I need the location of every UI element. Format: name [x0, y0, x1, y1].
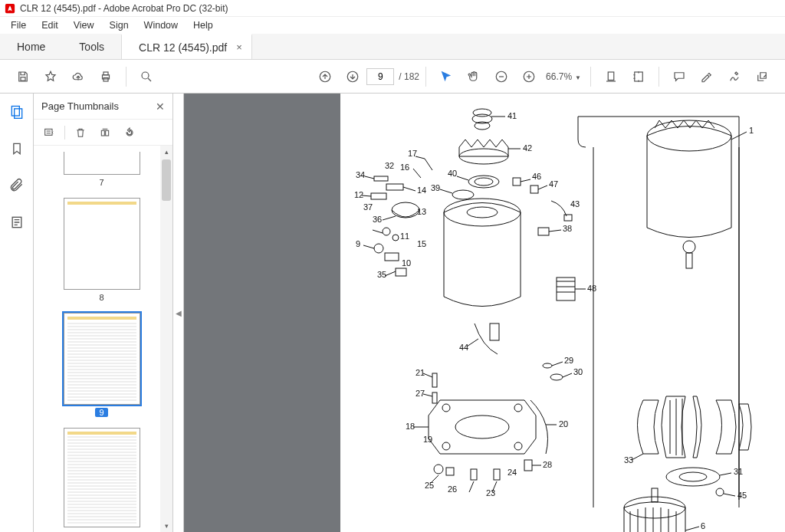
svg-text:12: 12: [354, 190, 363, 199]
svg-point-71: [434, 465, 443, 474]
scroll-up-icon[interactable]: ▴: [160, 146, 172, 158]
svg-text:41: 41: [507, 111, 517, 120]
thumbnail-7[interactable]: 7: [64, 152, 140, 187]
select-icon[interactable]: [435, 65, 458, 88]
svg-text:26: 26: [448, 484, 457, 494]
svg-rect-76: [494, 469, 500, 480]
svg-rect-44: [385, 253, 399, 261]
highlight-icon[interactable]: [695, 65, 718, 88]
svg-point-85: [647, 120, 731, 151]
svg-rect-72: [446, 468, 454, 475]
thumbnail-8[interactable]: 8: [64, 198, 140, 302]
svg-point-62: [442, 404, 450, 412]
svg-rect-67: [432, 373, 437, 387]
menu-sign[interactable]: Sign: [102, 18, 136, 32]
page-preview: [64, 313, 140, 405]
svg-point-24: [468, 176, 499, 188]
svg-line-35: [365, 176, 374, 179]
scroll-down-icon[interactable]: ▾: [160, 520, 172, 532]
star-icon[interactable]: [39, 65, 62, 88]
svg-text:47: 47: [549, 179, 558, 189]
exploded-diagram: 41 42 40 39 17 16 32 34 12 14 36 37 13 1…: [340, 94, 785, 532]
svg-point-40: [383, 228, 390, 235]
svg-text:6: 6: [701, 521, 705, 530]
menu-window[interactable]: Window: [136, 18, 186, 32]
svg-text:35: 35: [377, 270, 386, 279]
zoom-select[interactable]: 66.7%▼: [546, 71, 581, 82]
svg-rect-10: [608, 72, 614, 80]
menu-file[interactable]: File: [3, 18, 34, 32]
trash-icon[interactable]: [71, 123, 90, 142]
svg-text:28: 28: [543, 460, 552, 469]
menu-view[interactable]: View: [66, 18, 102, 32]
svg-rect-46: [396, 268, 406, 276]
rotate-icon[interactable]: [120, 123, 139, 142]
svg-rect-69: [432, 392, 437, 403]
svg-line-56: [549, 230, 561, 232]
stamp-icon[interactable]: [751, 65, 774, 88]
hand-icon[interactable]: [462, 65, 485, 88]
zoom-in-icon[interactable]: [517, 65, 540, 88]
svg-text:16: 16: [400, 163, 409, 172]
save-icon[interactable]: [11, 65, 34, 88]
thumbnails-tab-icon[interactable]: [6, 101, 28, 123]
fit-width-icon[interactable]: [599, 65, 622, 88]
acrobat-icon: [5, 3, 15, 14]
svg-rect-11: [635, 72, 643, 81]
sign-pen-icon[interactable]: [723, 65, 746, 88]
bookmark-icon[interactable]: [6, 138, 28, 159]
scrollbar-thumb[interactable]: [162, 159, 171, 201]
thumbnails-panel: Page Thumbnails ✕ 7 8 9: [34, 94, 173, 532]
tab-home[interactable]: Home: [0, 34, 62, 59]
cloud-icon[interactable]: [67, 65, 90, 88]
collapse-handle[interactable]: ◀: [173, 94, 184, 532]
svg-text:25: 25: [425, 481, 434, 490]
svg-text:27: 27: [415, 389, 425, 398]
svg-rect-52: [530, 186, 538, 193]
svg-text:17: 17: [408, 149, 417, 158]
svg-point-5: [142, 72, 149, 79]
rotate-pages-icon[interactable]: [96, 123, 114, 142]
page-display-icon[interactable]: [627, 65, 650, 88]
scrollbar[interactable]: ▴ ▾: [160, 146, 172, 532]
page-input[interactable]: [366, 68, 394, 85]
svg-rect-55: [538, 228, 549, 235]
print-icon[interactable]: [94, 65, 117, 88]
svg-text:13: 13: [417, 207, 426, 216]
close-icon[interactable]: ×: [236, 41, 242, 53]
svg-text:48: 48: [587, 284, 596, 293]
svg-text:40: 40: [448, 169, 457, 178]
svg-text:10: 10: [402, 258, 411, 268]
svg-line-31: [413, 169, 421, 178]
panel-close-icon[interactable]: ✕: [156, 100, 165, 113]
svg-text:37: 37: [363, 202, 373, 212]
tab-tools[interactable]: Tools: [62, 34, 121, 59]
find-icon[interactable]: [135, 65, 158, 88]
arrow-down-icon[interactable]: [341, 65, 364, 88]
document-area[interactable]: 41 42 40 39 17 16 32 34 12 14 36 37 13 1…: [184, 94, 785, 532]
svg-text:33: 33: [624, 455, 633, 465]
comment-icon[interactable]: [668, 65, 691, 88]
layers-icon[interactable]: [6, 212, 28, 233]
svg-line-60: [467, 339, 478, 346]
menu-help[interactable]: Help: [186, 18, 221, 32]
svg-rect-74: [471, 469, 477, 480]
options-icon[interactable]: [40, 123, 58, 142]
svg-point-86: [683, 241, 695, 253]
window-title: CLR 12 (4545).pdf - Adobe Acrobat Pro DC…: [20, 3, 228, 14]
arrow-up-icon[interactable]: [314, 65, 337, 88]
thumbnail-10[interactable]: 10: [64, 428, 140, 532]
attachment-icon[interactable]: [6, 175, 28, 196]
svg-rect-3: [103, 72, 108, 75]
svg-line-94: [724, 494, 735, 496]
svg-text:42: 42: [523, 143, 532, 153]
thumbnail-9[interactable]: 9: [64, 313, 140, 417]
menu-edit[interactable]: Edit: [34, 18, 66, 32]
tab-document[interactable]: CLR 12 (4545).pdf ×: [121, 34, 252, 59]
svg-text:32: 32: [385, 161, 394, 170]
svg-text:46: 46: [532, 172, 541, 181]
svg-text:39: 39: [431, 183, 440, 192]
svg-point-61: [455, 415, 509, 438]
zoom-out-icon[interactable]: [490, 65, 513, 88]
svg-point-81: [550, 374, 563, 380]
